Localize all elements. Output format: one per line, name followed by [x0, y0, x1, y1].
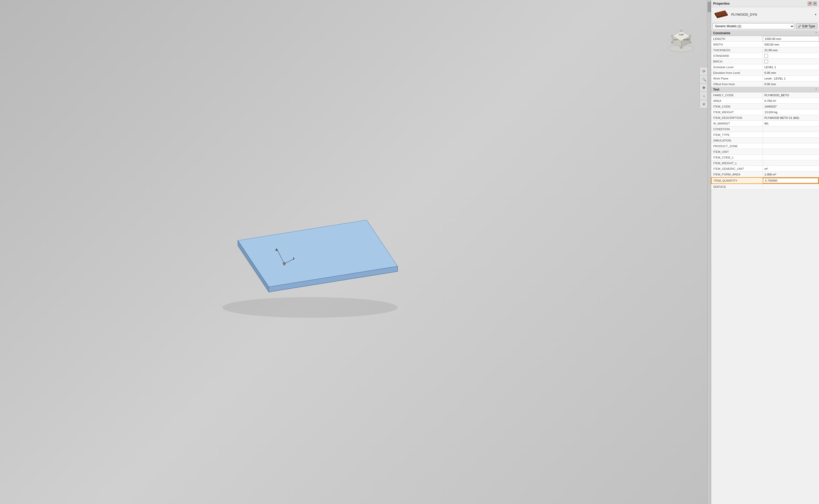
- viewport-scrollbar[interactable]: [707, 0, 711, 504]
- properties-scroll[interactable]: Constraints ^ LENGTH 1500.00 mm WIDTH 50…: [711, 31, 819, 504]
- section-constraints[interactable]: Constraints ^: [711, 31, 819, 36]
- prop-row-area: AREA 0.750 m²: [711, 98, 819, 104]
- prop-value-schedule-level: LEVEL 1: [763, 64, 819, 70]
- pan-button[interactable]: ✥: [700, 84, 708, 92]
- prop-row-schedule-level: Schedule Level LEVEL 1: [711, 64, 819, 70]
- edit-type-label: Edit Type: [802, 24, 815, 28]
- section-text-label: Text: [713, 88, 719, 91]
- prop-value-item-generic-unit: m²: [763, 166, 819, 171]
- birch-checkbox[interactable]: [764, 60, 768, 63]
- svg-point-12: [680, 47, 682, 49]
- prop-label-length: LENGTH: [711, 36, 763, 41]
- svg-point-10: [671, 41, 673, 43]
- viewport-canvas: TOP LEFT FRONT: [0, 0, 711, 504]
- prop-label-item-unit: ITEM_UNIT: [711, 149, 763, 154]
- prop-value-work-plane: Level : LEVEL 1: [763, 76, 819, 81]
- prop-row-width: WIDTH 500.00 mm: [711, 42, 819, 47]
- panel-controls: 📌 ✕: [808, 2, 817, 6]
- viewport-scroll-thumb[interactable]: [708, 2, 711, 12]
- prop-value-item-unit: [763, 149, 819, 154]
- prop-value-item-quantity[interactable]: 0.750000: [763, 178, 818, 183]
- prop-row-item-unit: ITEM_UNIT: [711, 149, 819, 155]
- zoom-button[interactable]: 🔍: [700, 75, 708, 84]
- prop-value-item-weight: 13.024 kg: [763, 109, 819, 115]
- prop-row-service: SERVICE: [711, 184, 819, 190]
- prop-value-offset-host: 0.00 mm: [763, 81, 819, 87]
- prop-value-item-form-area: 1.000 m²: [763, 172, 819, 177]
- prop-row-thickness: THICKNESS 21.00 mm: [711, 47, 819, 53]
- svg-point-8: [689, 35, 691, 37]
- prop-value-item-description: PLYWOOD BETO 21 (M2): [763, 115, 819, 120]
- item-name: PLYWOOD_DYN: [731, 13, 812, 16]
- prop-label-item-weight-l: ITEM_WEIGHT_L: [711, 160, 763, 166]
- prop-row-length: LENGTH 1500.00 mm: [711, 36, 819, 42]
- prop-label-standard: STANDARD: [711, 53, 763, 58]
- prop-label-schedule-level: Schedule Level: [711, 64, 763, 70]
- prop-label-item-code: ITEM_CODE: [711, 104, 763, 109]
- prop-value-service: [763, 184, 819, 189]
- prop-value-thickness: 21.00 mm: [763, 47, 819, 53]
- prop-row-product-zone: PRODUCT_ZONE: [711, 143, 819, 149]
- prop-label-item-type: ITEM_TYPE: [711, 132, 763, 137]
- panel-close-button[interactable]: ✕: [813, 2, 817, 6]
- prop-value-standard: [763, 53, 819, 58]
- prop-row-item-weight-l: ITEM_WEIGHT_L: [711, 160, 819, 166]
- prop-label-item-weight: ITEM_WEIGHT: [711, 109, 763, 115]
- prop-row-condition: CONDITION: [711, 126, 819, 132]
- prop-label-item-code-l: ITEM_CODE_L: [711, 155, 763, 160]
- prop-row-w-market: W_MARKET M1: [711, 121, 819, 126]
- type-dropdown[interactable]: Generic Models (1): [713, 23, 794, 29]
- prop-row-item-quantity: ITEM_QUANTITY 0.750000: [711, 177, 819, 184]
- prop-value-birch: [763, 59, 819, 64]
- prop-value-area: 0.750 m²: [763, 98, 819, 103]
- prop-row-standard: STANDARD: [711, 53, 819, 59]
- prop-label-birch: BIRCH: [711, 59, 763, 64]
- prop-label-w-market: W_MARKET: [711, 121, 763, 126]
- prop-row-item-generic-unit: ITEM_GENERIC_UNIT m²: [711, 166, 819, 172]
- prop-label-item-form-area: ITEM_FORM_AREA: [711, 172, 763, 177]
- prop-label-simulation: SIMULATION: [711, 138, 763, 143]
- prop-value-length[interactable]: 1500.00 mm: [763, 36, 819, 41]
- view-toolbar: ⟳ 🔍 ✥ ⌂ ✕: [700, 67, 708, 109]
- prop-label-area: AREA: [711, 98, 763, 103]
- prop-row-item-type: ITEM_TYPE: [711, 132, 819, 138]
- standard-checkbox[interactable]: [764, 54, 768, 58]
- prop-row-work-plane: Work Plane Level : LEVEL 1: [711, 76, 819, 81]
- section-constraints-label: Constraints: [713, 31, 731, 35]
- section-text-collapse: ^: [816, 88, 817, 91]
- svg-point-25: [284, 263, 285, 264]
- prop-value-item-code-l: [763, 155, 819, 160]
- prop-row-item-description: ITEM_DESCRIPTION PLYWOOD BETO 21 (M2): [711, 115, 819, 121]
- item-dropdown-arrow[interactable]: ▼: [814, 13, 817, 16]
- prop-row-item-code: ITEM_CODE 1940G07: [711, 104, 819, 109]
- prop-value-family-code: PLYWOOD_BETO: [763, 92, 819, 98]
- prop-value-item-code: 1940G07: [763, 104, 819, 109]
- home-button[interactable]: ⌂: [700, 92, 708, 100]
- section-text[interactable]: Text ^: [711, 87, 819, 92]
- panel-header: Properties 📌 ✕: [711, 0, 819, 7]
- prop-value-item-weight-l: [763, 160, 819, 166]
- svg-text:FRONT: FRONT: [683, 39, 690, 41]
- close-view-button[interactable]: ✕: [700, 100, 708, 108]
- 3d-board: [212, 194, 408, 323]
- orbit-button[interactable]: ⟳: [700, 67, 708, 75]
- type-selector-row: Generic Models (1) 🖊 Edit Type: [711, 22, 819, 31]
- prop-label-item-generic-unit: ITEM_GENERIC_UNIT: [711, 166, 763, 171]
- prop-row-item-form-area: ITEM_FORM_AREA 1.000 m²: [711, 172, 819, 177]
- nav-cube[interactable]: TOP LEFT FRONT: [667, 26, 696, 54]
- prop-label-item-quantity: ITEM_QUANTITY: [712, 178, 763, 183]
- svg-point-11: [689, 41, 691, 43]
- prop-value-w-market: M1: [763, 121, 819, 126]
- svg-point-13: [223, 297, 398, 318]
- panel-pin-button[interactable]: 📌: [808, 2, 812, 6]
- prop-label-family-code: FAMILY_CODE: [711, 92, 763, 98]
- prop-value-condition: [763, 126, 819, 132]
- edit-type-button[interactable]: 🖊 Edit Type: [796, 23, 817, 29]
- properties-panel: Properties 📌 ✕ PLYWOOD_DYN ▼ Generic Mod…: [711, 0, 819, 504]
- prop-row-item-weight: ITEM_WEIGHT 13.024 kg: [711, 109, 819, 115]
- prop-value-product-zone: [763, 143, 819, 149]
- prop-label-work-plane: Work Plane: [711, 76, 763, 81]
- item-thumbnail: [713, 9, 729, 20]
- prop-row-elevation-level: Elevation from Level 0.00 mm: [711, 70, 819, 76]
- viewport-area: TOP LEFT FRONT: [0, 0, 711, 504]
